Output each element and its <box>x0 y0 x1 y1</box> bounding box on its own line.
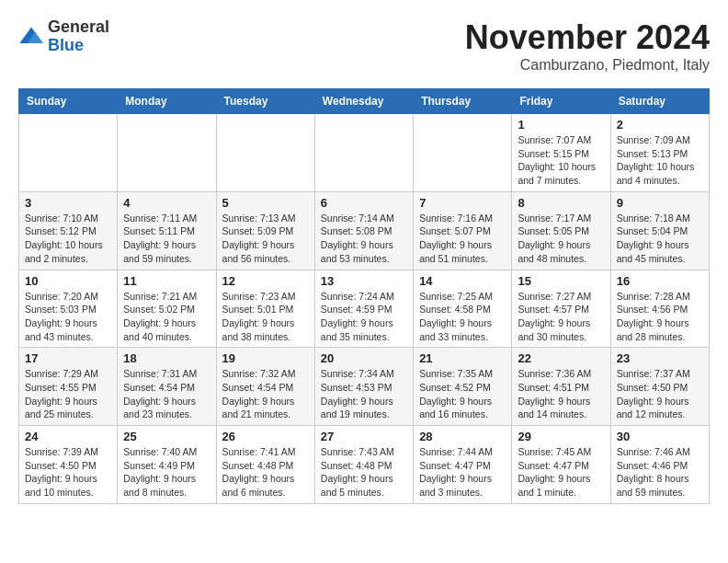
weekday-header: Monday <box>118 89 216 114</box>
day-info: Sunrise: 7:23 AM Sunset: 5:01 PM Dayligh… <box>222 290 309 344</box>
day-number: 26 <box>222 430 309 443</box>
day-info: Sunrise: 7:21 AM Sunset: 5:02 PM Dayligh… <box>123 290 210 344</box>
day-number: 4 <box>123 196 210 210</box>
day-number: 9 <box>617 196 703 210</box>
day-number: 5 <box>222 196 309 210</box>
logo: General Blue <box>18 18 109 55</box>
day-number: 8 <box>518 196 604 210</box>
calendar-cell: 29Sunrise: 7:45 AM Sunset: 4:47 PM Dayli… <box>512 426 610 504</box>
header: General Blue November 2024 Camburzano, P… <box>18 18 710 74</box>
calendar-cell: 17Sunrise: 7:29 AM Sunset: 4:55 PM Dayli… <box>19 348 118 426</box>
calendar-cell: 24Sunrise: 7:39 AM Sunset: 4:50 PM Dayli… <box>19 426 118 504</box>
day-info: Sunrise: 7:28 AM Sunset: 4:56 PM Dayligh… <box>617 290 703 344</box>
day-info: Sunrise: 7:13 AM Sunset: 5:09 PM Dayligh… <box>222 212 309 266</box>
calendar-cell: 21Sunrise: 7:35 AM Sunset: 4:52 PM Dayli… <box>414 348 512 426</box>
day-number: 19 <box>222 351 309 365</box>
day-number: 20 <box>321 351 407 365</box>
day-number: 3 <box>25 196 111 210</box>
day-info: Sunrise: 7:45 AM Sunset: 4:47 PM Dayligh… <box>518 445 604 500</box>
calendar-week-row: 3Sunrise: 7:10 AM Sunset: 5:12 PM Daylig… <box>19 191 710 270</box>
day-number: 13 <box>321 274 407 288</box>
calendar-week-row: 1Sunrise: 7:07 AM Sunset: 5:15 PM Daylig… <box>19 114 710 192</box>
day-number: 7 <box>419 196 506 210</box>
day-info: Sunrise: 7:10 AM Sunset: 5:12 PM Dayligh… <box>25 212 111 266</box>
calendar-cell: 6Sunrise: 7:14 AM Sunset: 5:08 PM Daylig… <box>314 191 413 270</box>
day-number: 11 <box>123 274 210 288</box>
weekday-header: Wednesday <box>314 89 413 114</box>
calendar-cell: 8Sunrise: 7:17 AM Sunset: 5:05 PM Daylig… <box>512 191 610 270</box>
calendar-cell: 25Sunrise: 7:40 AM Sunset: 4:49 PM Dayli… <box>118 426 216 504</box>
calendar-cell: 7Sunrise: 7:16 AM Sunset: 5:07 PM Daylig… <box>414 191 512 270</box>
calendar-cell: 22Sunrise: 7:36 AM Sunset: 4:51 PM Dayli… <box>512 348 610 426</box>
day-number: 2 <box>617 118 703 132</box>
calendar-cell: 4Sunrise: 7:11 AM Sunset: 5:11 PM Daylig… <box>118 191 216 270</box>
calendar-cell: 19Sunrise: 7:32 AM Sunset: 4:54 PM Dayli… <box>216 348 314 426</box>
day-number: 15 <box>518 274 604 288</box>
day-info: Sunrise: 7:27 AM Sunset: 4:57 PM Dayligh… <box>518 290 604 344</box>
weekday-header: Sunday <box>19 89 118 114</box>
day-info: Sunrise: 7:09 AM Sunset: 5:13 PM Dayligh… <box>617 133 703 188</box>
calendar-cell: 11Sunrise: 7:21 AM Sunset: 5:02 PM Dayli… <box>118 270 216 348</box>
title-area: November 2024 Camburzano, Piedmont, Ital… <box>465 18 710 74</box>
day-info: Sunrise: 7:35 AM Sunset: 4:52 PM Dayligh… <box>419 367 506 421</box>
day-number: 18 <box>123 351 210 365</box>
weekday-header: Saturday <box>610 89 709 114</box>
calendar-cell: 5Sunrise: 7:13 AM Sunset: 5:09 PM Daylig… <box>216 191 314 270</box>
day-number: 29 <box>518 430 604 443</box>
calendar-cell: 20Sunrise: 7:34 AM Sunset: 4:53 PM Dayli… <box>314 348 413 426</box>
day-info: Sunrise: 7:11 AM Sunset: 5:11 PM Dayligh… <box>123 212 210 266</box>
weekday-header: Thursday <box>414 89 512 114</box>
weekday-header-row: SundayMondayTuesdayWednesdayThursdayFrid… <box>19 89 710 114</box>
logo-icon <box>18 24 44 50</box>
day-info: Sunrise: 7:18 AM Sunset: 5:04 PM Dayligh… <box>617 212 703 266</box>
calendar-cell: 2Sunrise: 7:09 AM Sunset: 5:13 PM Daylig… <box>610 114 709 192</box>
calendar-cell <box>314 114 413 192</box>
calendar: SundayMondayTuesdayWednesdayThursdayFrid… <box>18 88 710 504</box>
calendar-cell <box>414 114 512 192</box>
day-info: Sunrise: 7:14 AM Sunset: 5:08 PM Dayligh… <box>321 212 407 266</box>
month-title: November 2024 <box>465 18 710 57</box>
calendar-cell: 16Sunrise: 7:28 AM Sunset: 4:56 PM Dayli… <box>610 270 709 348</box>
day-info: Sunrise: 7:41 AM Sunset: 4:48 PM Dayligh… <box>222 445 309 500</box>
day-number: 27 <box>321 430 407 443</box>
day-number: 1 <box>518 118 604 132</box>
day-info: Sunrise: 7:24 AM Sunset: 4:59 PM Dayligh… <box>321 290 407 344</box>
calendar-week-row: 24Sunrise: 7:39 AM Sunset: 4:50 PM Dayli… <box>19 426 710 504</box>
calendar-cell: 14Sunrise: 7:25 AM Sunset: 4:58 PM Dayli… <box>414 270 512 348</box>
day-info: Sunrise: 7:46 AM Sunset: 4:46 PM Dayligh… <box>617 445 703 500</box>
day-info: Sunrise: 7:17 AM Sunset: 5:05 PM Dayligh… <box>518 212 604 266</box>
day-number: 16 <box>617 274 703 288</box>
day-info: Sunrise: 7:07 AM Sunset: 5:15 PM Dayligh… <box>518 133 604 188</box>
calendar-cell: 23Sunrise: 7:37 AM Sunset: 4:50 PM Dayli… <box>610 348 709 426</box>
calendar-cell: 15Sunrise: 7:27 AM Sunset: 4:57 PM Dayli… <box>512 270 610 348</box>
calendar-cell <box>19 114 118 192</box>
logo-line2: Blue <box>48 37 109 55</box>
day-number: 21 <box>419 351 506 365</box>
calendar-cell: 27Sunrise: 7:43 AM Sunset: 4:48 PM Dayli… <box>314 426 413 504</box>
weekday-header: Friday <box>512 89 610 114</box>
day-number: 10 <box>25 274 111 288</box>
calendar-cell <box>118 114 216 192</box>
day-number: 22 <box>518 351 604 365</box>
day-info: Sunrise: 7:32 AM Sunset: 4:54 PM Dayligh… <box>222 367 309 421</box>
weekday-header: Tuesday <box>216 89 314 114</box>
day-info: Sunrise: 7:31 AM Sunset: 4:54 PM Dayligh… <box>123 367 210 421</box>
day-number: 30 <box>617 430 703 443</box>
day-info: Sunrise: 7:39 AM Sunset: 4:50 PM Dayligh… <box>25 445 111 500</box>
day-info: Sunrise: 7:40 AM Sunset: 4:49 PM Dayligh… <box>123 445 210 500</box>
day-number: 23 <box>617 351 703 365</box>
calendar-cell: 26Sunrise: 7:41 AM Sunset: 4:48 PM Dayli… <box>216 426 314 504</box>
day-number: 6 <box>321 196 407 210</box>
day-info: Sunrise: 7:34 AM Sunset: 4:53 PM Dayligh… <box>321 367 407 421</box>
logo-line1: General <box>48 18 109 37</box>
day-info: Sunrise: 7:43 AM Sunset: 4:48 PM Dayligh… <box>321 445 407 500</box>
day-info: Sunrise: 7:20 AM Sunset: 5:03 PM Dayligh… <box>25 290 111 344</box>
day-info: Sunrise: 7:16 AM Sunset: 5:07 PM Dayligh… <box>419 212 506 266</box>
day-number: 28 <box>419 430 506 443</box>
day-number: 17 <box>25 351 111 365</box>
day-info: Sunrise: 7:44 AM Sunset: 4:47 PM Dayligh… <box>419 445 506 500</box>
day-number: 12 <box>222 274 309 288</box>
calendar-cell <box>216 114 314 192</box>
day-info: Sunrise: 7:29 AM Sunset: 4:55 PM Dayligh… <box>25 367 111 421</box>
calendar-cell: 1Sunrise: 7:07 AM Sunset: 5:15 PM Daylig… <box>512 114 610 192</box>
